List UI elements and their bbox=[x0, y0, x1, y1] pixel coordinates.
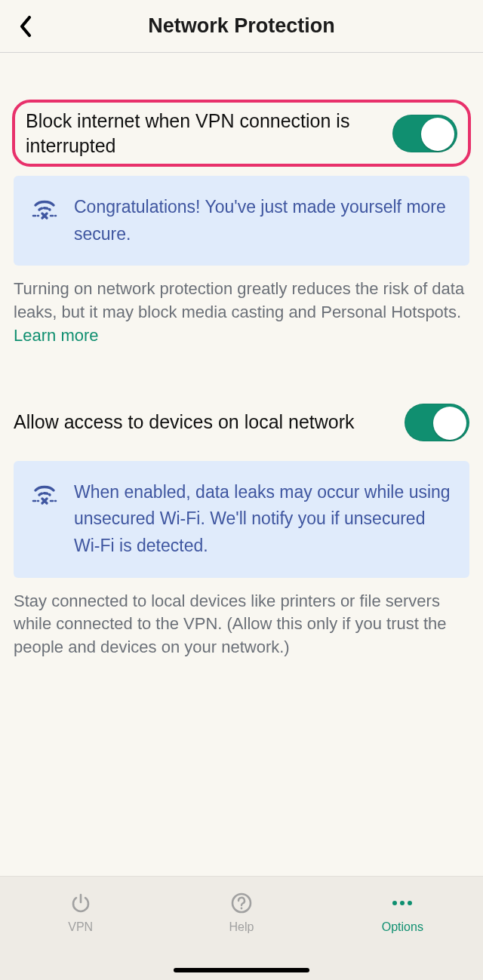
allow-local-desc: Stay connected to local devices like pri… bbox=[14, 590, 469, 659]
allow-local-callout-text: When enabled, data leaks may occur while… bbox=[74, 479, 451, 560]
block-internet-desc: Turning on network protection greatly re… bbox=[14, 278, 469, 347]
setting-block-internet-highlight: Block internet when VPN connection is in… bbox=[12, 100, 471, 167]
tab-help-label: Help bbox=[229, 920, 254, 934]
svg-point-2 bbox=[392, 901, 397, 905]
setting-allow-local-toggle[interactable] bbox=[405, 404, 469, 441]
setting-allow-local-row: Allow access to devices on local network bbox=[0, 404, 483, 441]
setting-block-internet-toggle[interactable] bbox=[392, 115, 457, 152]
page-title: Network Protection bbox=[148, 14, 335, 38]
block-internet-callout: Congratulations! You've just made yourse… bbox=[14, 176, 469, 266]
block-internet-desc-text: Turning on network protection greatly re… bbox=[14, 279, 464, 321]
svg-point-1 bbox=[241, 908, 243, 910]
wifi-off-icon bbox=[32, 197, 57, 223]
tab-options-label: Options bbox=[382, 920, 423, 934]
more-icon bbox=[387, 890, 417, 916]
back-button[interactable] bbox=[9, 10, 42, 43]
tab-vpn-label: VPN bbox=[68, 920, 93, 934]
tab-bar: VPN Help Options bbox=[0, 876, 483, 980]
block-internet-callout-text: Congratulations! You've just made yourse… bbox=[74, 194, 451, 247]
chevron-left-icon bbox=[19, 15, 32, 38]
learn-more-link[interactable]: Learn more bbox=[14, 326, 99, 345]
allow-local-callout: When enabled, data leaks may occur while… bbox=[14, 461, 469, 578]
setting-block-internet-label: Block internet when VPN connection is in… bbox=[26, 109, 380, 158]
power-icon bbox=[69, 890, 92, 916]
wifi-off-icon bbox=[32, 482, 57, 508]
svg-point-3 bbox=[400, 901, 405, 905]
header: Network Protection bbox=[0, 0, 483, 53]
home-indicator[interactable] bbox=[174, 968, 309, 972]
tab-options[interactable]: Options bbox=[322, 877, 483, 980]
tab-help[interactable]: Help bbox=[161, 877, 321, 980]
tab-vpn[interactable]: VPN bbox=[0, 877, 161, 980]
setting-allow-local-label: Allow access to devices on local network bbox=[14, 410, 392, 435]
svg-point-4 bbox=[408, 901, 412, 905]
help-icon bbox=[230, 890, 253, 916]
